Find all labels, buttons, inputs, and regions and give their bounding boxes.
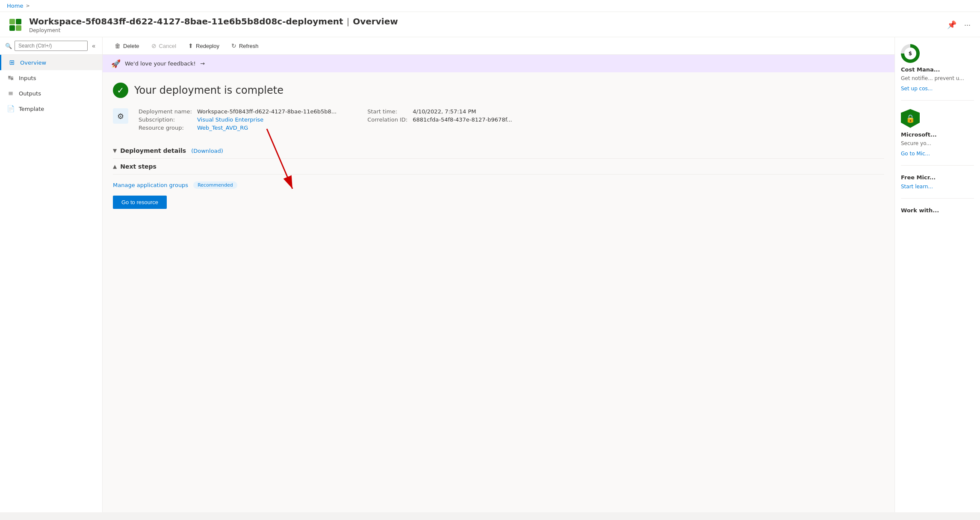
security-card-text: Secure yo... xyxy=(901,140,974,147)
manage-groups-link[interactable]: Manage application groups xyxy=(113,182,188,188)
title-area: Workspace-5f0843ff-d622-4127-8bae-11e6b5… xyxy=(0,12,980,37)
subscription-link[interactable]: Visual Studio Enterprise xyxy=(197,116,263,123)
free-card-title: Free Micr... xyxy=(901,174,974,181)
success-icon: ✓ xyxy=(113,83,128,98)
resource-icon xyxy=(7,16,24,33)
correlation-label: Correlation ID: xyxy=(367,116,407,123)
refresh-icon: ↻ xyxy=(231,42,236,49)
title-separator: | xyxy=(347,16,350,27)
deployment-icon-box: ⚙ xyxy=(113,108,128,124)
redeploy-button[interactable]: ⬆ Redeploy xyxy=(183,40,224,52)
sidebar-item-template[interactable]: 📄 Template xyxy=(0,101,102,116)
content-body: ✓ Your deployment is complete ⚙ Deployme… xyxy=(103,72,894,512)
resource-group-link[interactable]: Web_Test_AVD_RG xyxy=(197,125,248,131)
delete-icon: 🗑 xyxy=(115,42,121,49)
work-card-title: Work with... xyxy=(901,207,974,214)
sidebar-item-label-template: Template xyxy=(19,106,44,112)
resource-type: Deployment xyxy=(29,27,398,33)
subscription-value: Visual Studio Enterprise xyxy=(197,116,337,123)
correlation-value: 6881cfda-54f8-437e-8127-b9678f... xyxy=(413,116,512,123)
feedback-banner: 🚀 We'd love your feedback! → xyxy=(103,55,894,72)
cost-donut-chart: $ xyxy=(901,44,920,63)
recommended-badge: Recommended xyxy=(193,181,237,189)
content-area: 🗑 Delete ⊘ Cancel ⬆ Redeploy ↻ Refresh 🚀… xyxy=(103,37,894,512)
more-options-button[interactable]: ··· xyxy=(962,19,973,31)
template-icon: 📄 xyxy=(7,105,15,113)
next-steps-header[interactable]: ▲ Next steps xyxy=(113,159,884,175)
start-learn-link[interactable]: Start learn... xyxy=(901,184,933,190)
go-to-mic-link[interactable]: Go to Mic... xyxy=(901,151,930,157)
outputs-icon: ≡ xyxy=(7,89,15,97)
feedback-text: We'd love your feedback! xyxy=(125,60,196,67)
sidebar: 🔍 « ⊞ Overview ↹ Inputs ≡ Outputs 📄 Temp… xyxy=(0,37,103,512)
feedback-arrow: → xyxy=(200,60,205,67)
deployment-header: ✓ Your deployment is complete xyxy=(113,83,884,98)
next-steps-chevron-icon: ▲ xyxy=(113,163,117,169)
page-section: Overview xyxy=(353,16,398,27)
sidebar-item-overview[interactable]: ⊞ Overview xyxy=(0,55,102,70)
cancel-label: Cancel xyxy=(159,43,176,49)
feedback-link[interactable]: We'd love your feedback! → xyxy=(125,60,205,67)
resource-group-label: Resource group: xyxy=(139,125,192,131)
rocket-icon: 🚀 xyxy=(111,59,121,68)
refresh-button[interactable]: ↻ Refresh xyxy=(226,40,264,52)
redeploy-label: Redeploy xyxy=(196,43,219,49)
deployment-details-title: Deployment details xyxy=(120,147,186,154)
sidebar-search-input[interactable] xyxy=(15,41,88,51)
pin-button[interactable]: 📌 xyxy=(945,18,959,31)
next-steps-content: Manage application groups Recommended Go… xyxy=(113,175,884,216)
deployment-info: ⚙ Deployment name: Workspace-5f0843ff-d6… xyxy=(113,108,884,131)
microsoft-security-card: 🔒 Microsoft... Secure yo... Go to Mic... xyxy=(901,109,974,166)
page-title: Workspace-5f0843ff-d622-4127-8bae-11e6b5… xyxy=(29,16,343,27)
search-icon: 🔍 xyxy=(5,43,12,49)
download-link[interactable]: (Download) xyxy=(191,148,223,154)
deployment-name-label: Deployment name: xyxy=(139,108,192,115)
security-card-title: Microsoft... xyxy=(901,131,974,138)
title-text-area: Workspace-5f0843ff-d622-4127-8bae-11e6b5… xyxy=(29,16,398,33)
start-time-label: Start time: xyxy=(367,108,407,115)
info-left: Deployment name: Workspace-5f0843ff-d622… xyxy=(139,108,337,131)
start-time-value: 4/10/2022, 7:57:14 PM xyxy=(413,108,512,115)
deployment-name-value: Workspace-5f0843ff-d622-4127-8bae-11e6b5… xyxy=(197,108,337,115)
sidebar-item-inputs[interactable]: ↹ Inputs xyxy=(0,70,102,86)
cost-card-text: Get notifie... prevent u... xyxy=(901,75,974,82)
sidebar-item-label-inputs: Inputs xyxy=(19,75,36,81)
overview-icon: ⊞ xyxy=(8,59,16,66)
breadcrumb-separator: > xyxy=(26,3,30,9)
resource-group-value: Web_Test_AVD_RG xyxy=(197,125,337,131)
right-panel: $ Cost Mana... Get notifie... prevent u.… xyxy=(894,37,980,512)
redeploy-icon: ⬆ xyxy=(188,42,193,49)
next-step-row: Manage application groups Recommended xyxy=(113,181,884,189)
sidebar-item-label-outputs: Outputs xyxy=(19,90,41,97)
info-right: Start time: 4/10/2022, 7:57:14 PM Correl… xyxy=(367,108,512,123)
inputs-icon: ↹ xyxy=(7,74,15,82)
subscription-label: Subscription: xyxy=(139,116,192,123)
toolbar: 🗑 Delete ⊘ Cancel ⬆ Redeploy ↻ Refresh xyxy=(103,37,894,55)
cost-management-card: $ Cost Mana... Get notifie... prevent u.… xyxy=(901,44,974,101)
sidebar-collapse-button[interactable]: « xyxy=(90,42,97,50)
next-steps-section: ▲ Next steps Manage application groups R… xyxy=(113,159,884,216)
sidebar-item-label-overview: Overview xyxy=(20,59,46,66)
delete-label: Delete xyxy=(123,43,139,49)
next-steps-title: Next steps xyxy=(120,163,156,170)
deployment-success-title: Your deployment is complete xyxy=(134,84,283,96)
cancel-button[interactable]: ⊘ Cancel xyxy=(146,40,181,52)
details-chevron-icon: ▼ xyxy=(113,148,117,154)
title-actions: 📌 ··· xyxy=(945,18,973,31)
shield-icon: 🔒 xyxy=(901,109,920,128)
go-to-resource-button[interactable]: Go to resource xyxy=(113,196,167,209)
free-microsoft-card: Free Micr... Start learn... xyxy=(901,174,974,199)
cost-card-title: Cost Mana... xyxy=(901,66,974,73)
work-with-card: Work with... xyxy=(901,207,974,214)
refresh-label: Refresh xyxy=(239,43,259,49)
deployment-details-section: ▼ Deployment details (Download) xyxy=(113,143,884,159)
delete-button[interactable]: 🗑 Delete xyxy=(109,40,145,52)
cost-card-link[interactable]: Set up cos... xyxy=(901,86,933,92)
sidebar-item-outputs[interactable]: ≡ Outputs xyxy=(0,86,102,101)
breadcrumb: Home > xyxy=(0,0,980,12)
cancel-icon: ⊘ xyxy=(151,42,156,49)
breadcrumb-home[interactable]: Home xyxy=(7,3,23,9)
main-layout: 🔍 « ⊞ Overview ↹ Inputs ≡ Outputs 📄 Temp… xyxy=(0,37,980,512)
deployment-details-header[interactable]: ▼ Deployment details (Download) xyxy=(113,143,884,159)
